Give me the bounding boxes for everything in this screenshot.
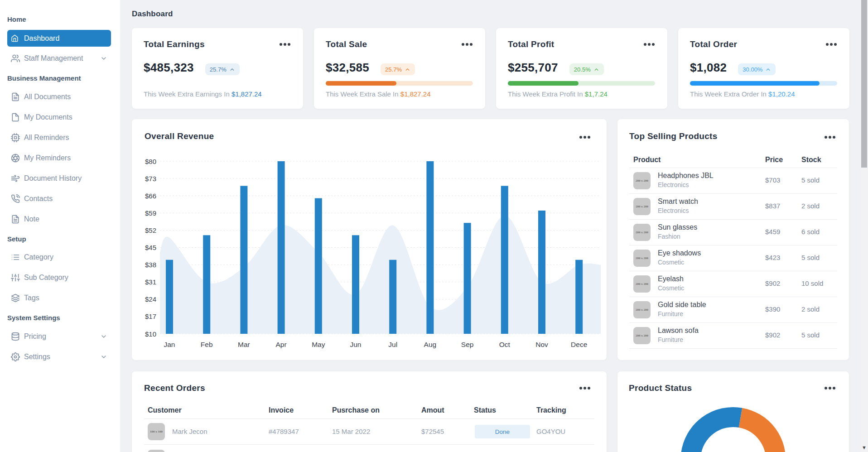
svg-text:Nov: Nov bbox=[535, 341, 548, 348]
svg-text:Oct: Oct bbox=[499, 341, 511, 348]
svg-text:Jan: Jan bbox=[164, 341, 175, 348]
svg-text:Apr: Apr bbox=[276, 341, 287, 348]
svg-text:$59: $59 bbox=[145, 209, 156, 217]
svg-text:Dece: Dece bbox=[571, 341, 587, 348]
svg-text:$31: $31 bbox=[145, 278, 156, 286]
svg-text:$73: $73 bbox=[145, 175, 156, 183]
svg-text:Aug: Aug bbox=[424, 341, 437, 348]
svg-text:$66: $66 bbox=[145, 192, 156, 200]
svg-text:Sep: Sep bbox=[461, 341, 474, 348]
svg-text:Jun: Jun bbox=[350, 341, 362, 348]
svg-text:$24: $24 bbox=[145, 295, 156, 303]
svg-text:Jul: Jul bbox=[388, 341, 397, 348]
svg-text:$17: $17 bbox=[145, 313, 156, 320]
svg-text:Feb: Feb bbox=[201, 341, 213, 348]
svg-text:May: May bbox=[312, 341, 325, 348]
svg-text:$52: $52 bbox=[145, 226, 156, 234]
svg-text:$80: $80 bbox=[145, 158, 156, 165]
svg-text:$38: $38 bbox=[145, 261, 156, 269]
svg-text:$10: $10 bbox=[145, 330, 156, 338]
svg-text:Mar: Mar bbox=[238, 341, 250, 348]
svg-text:$45: $45 bbox=[145, 244, 156, 251]
